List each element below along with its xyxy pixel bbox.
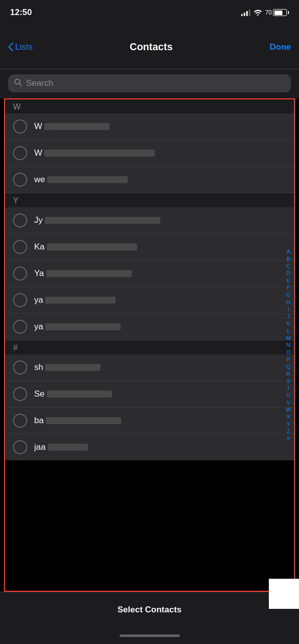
home-indicator	[0, 627, 299, 644]
alpha-m[interactable]: M	[285, 334, 292, 341]
section-header-w: W	[5, 99, 294, 113]
list-item[interactable]: Ya	[5, 261, 294, 287]
contact-name-blurred	[45, 297, 116, 304]
search-bar[interactable]: Search	[8, 74, 291, 92]
contact-info: we	[34, 175, 286, 185]
alpha-i[interactable]: I	[285, 306, 292, 313]
contact-info: jaa	[34, 442, 286, 452]
list-item[interactable]: jaa	[5, 434, 294, 460]
back-label: Lists	[15, 42, 33, 52]
contact-prefix: ya	[34, 295, 43, 305]
contact-prefix: Ya	[34, 269, 44, 279]
radio-button[interactable]	[13, 320, 27, 334]
contact-name-blurred	[47, 176, 128, 183]
contact-info: ya	[34, 322, 286, 332]
contact-name-blurred	[44, 123, 110, 130]
select-contacts-button[interactable]: Select Contacts	[118, 605, 182, 615]
radio-button[interactable]	[13, 293, 27, 307]
alpha-u[interactable]: U	[285, 392, 292, 399]
alpha-g[interactable]: G	[285, 291, 292, 298]
contact-prefix: Ka	[34, 242, 45, 252]
contact-info: ba	[34, 416, 286, 426]
alpha-r[interactable]: R	[285, 370, 292, 377]
alpha-l[interactable]: L	[285, 327, 292, 334]
alpha-h[interactable]: H	[285, 299, 292, 306]
contact-prefix: Jy	[34, 215, 43, 225]
alpha-b[interactable]: B	[285, 255, 292, 263]
contact-name-blurred	[44, 150, 155, 157]
section-header-hash: #	[5, 340, 294, 354]
alpha-c[interactable]: C	[285, 263, 292, 270]
radio-button[interactable]	[13, 267, 27, 281]
list-item[interactable]: ya	[5, 287, 294, 314]
list-item[interactable]: we	[5, 167, 294, 193]
list-item[interactable]: W	[5, 140, 294, 167]
list-item[interactable]: Ka	[5, 234, 294, 261]
alpha-t[interactable]: T	[285, 384, 292, 392]
contact-prefix: sh	[34, 362, 43, 372]
contact-name-blurred	[47, 243, 137, 250]
battery-level: 70	[265, 9, 272, 16]
contact-prefix: W	[34, 148, 42, 158]
back-button[interactable]: Lists	[8, 42, 33, 52]
list-item[interactable]: sh	[5, 354, 294, 381]
alpha-j[interactable]: J	[285, 313, 292, 320]
search-placeholder: Search	[26, 78, 53, 88]
search-icon	[14, 78, 22, 88]
contact-name-blurred	[48, 444, 88, 451]
radio-button[interactable]	[13, 119, 27, 134]
radio-button[interactable]	[13, 440, 27, 454]
radio-button[interactable]	[13, 387, 27, 401]
signal-icon	[241, 9, 250, 16]
alpha-n[interactable]: N	[285, 341, 292, 348]
list-item[interactable]: ba	[5, 408, 294, 434]
alpha-w[interactable]: W	[285, 406, 292, 413]
alphabet-index: A B C D E F G H I J K L M N O P Q R S T …	[285, 99, 292, 591]
contact-prefix: W	[34, 121, 42, 132]
contact-info: W	[34, 148, 286, 158]
list-item[interactable]: W	[5, 113, 294, 140]
contact-info: Ya	[34, 269, 286, 279]
contact-info: W	[34, 121, 286, 132]
contact-info: Se	[34, 389, 286, 399]
radio-button[interactable]	[13, 146, 27, 160]
alpha-o[interactable]: O	[285, 349, 292, 356]
alpha-s[interactable]: S	[285, 377, 292, 384]
radio-button[interactable]	[13, 173, 27, 187]
nav-bar: Lists Contacts Done	[0, 25, 299, 69]
radio-button[interactable]	[13, 360, 27, 374]
alpha-q[interactable]: Q	[285, 363, 292, 370]
alpha-hash[interactable]: #	[285, 435, 292, 442]
home-indicator-bar	[120, 634, 180, 637]
list-item[interactable]: Jy	[5, 207, 294, 234]
alpha-d[interactable]: D	[285, 270, 292, 277]
alpha-y[interactable]: Y	[285, 421, 292, 428]
list-item[interactable]: ya	[5, 314, 294, 340]
alpha-v[interactable]: V	[285, 399, 292, 406]
alpha-p[interactable]: P	[285, 356, 292, 363]
radio-button[interactable]	[13, 414, 27, 428]
alpha-k[interactable]: K	[285, 320, 292, 327]
list-item[interactable]: Se	[5, 381, 294, 408]
contact-prefix: Se	[34, 389, 45, 399]
status-icons: 70	[241, 9, 289, 17]
battery-icon: 70	[265, 9, 289, 16]
contact-info: Ka	[34, 242, 286, 252]
alpha-e[interactable]: E	[285, 277, 292, 284]
contact-prefix: jaa	[34, 442, 46, 452]
radio-button[interactable]	[13, 213, 27, 227]
alpha-f[interactable]: F	[285, 284, 292, 291]
contact-name-blurred	[46, 417, 121, 424]
bottom-bar: Select Contacts	[0, 592, 299, 627]
white-square	[269, 579, 299, 609]
page-title: Contacts	[130, 41, 173, 53]
contact-name-blurred	[45, 323, 121, 330]
alpha-x[interactable]: X	[285, 413, 292, 420]
done-button[interactable]: Done	[269, 42, 291, 52]
contact-name-blurred	[46, 270, 132, 277]
wifi-icon	[253, 9, 262, 17]
radio-button[interactable]	[13, 240, 27, 254]
contact-name-blurred	[47, 391, 112, 398]
alpha-a[interactable]: A	[285, 248, 292, 255]
alpha-z[interactable]: Z	[285, 428, 292, 435]
